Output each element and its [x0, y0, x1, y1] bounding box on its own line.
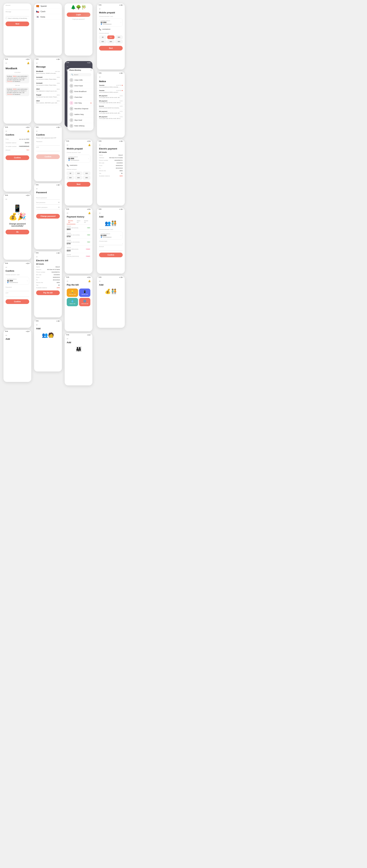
eye-icon-2[interactable]: 👁: [58, 207, 60, 208]
notice-item-0[interactable]: Transfer 14:20 PM You've transferred 200…: [97, 84, 125, 89]
contact-item-0[interactable]: A Aniya Collie: [67, 77, 93, 83]
back-arrow-icon[interactable]: ←: [66, 280, 69, 282]
back-arrow-icon[interactable]: ←: [99, 75, 101, 78]
mobile-bill-btn[interactable]: 📱 Mobile bill: [79, 288, 90, 297]
back-arrow-icon[interactable]: ←: [36, 323, 38, 326]
notice-item-2[interactable]: Bill payment 11/21 You've paid electric …: [97, 94, 125, 99]
pay-bill-button[interactable]: Pay the bill: [36, 290, 60, 295]
korea-item[interactable]: 🇰🇷 Korea: [34, 14, 62, 20]
bell-icon[interactable]: 🔔: [88, 280, 91, 282]
password-line[interactable]: [5, 289, 29, 291]
back-arrow-icon[interactable]: ←: [5, 62, 8, 64]
notice-item-3[interactable]: Bill payment 11/21 You've paid water bil…: [97, 99, 125, 104]
tab-mobile[interactable]: Mobile bill: [83, 219, 90, 224]
search-input[interactable]: [74, 74, 92, 75]
msg-item-4[interactable]: Paypal 08/01 Your account has been locke…: [34, 93, 62, 99]
contact-item-1[interactable]: D Drew Fraser: [67, 83, 93, 89]
amount-r-40[interactable]: $40: [107, 40, 115, 43]
close-icon[interactable]: ✕: [90, 69, 92, 71]
otp-line[interactable]: [5, 294, 29, 297]
amount-40[interactable]: $40: [75, 176, 82, 180]
confirm2-button[interactable]: Confirm: [5, 299, 29, 304]
msg-item-3[interactable]: Alert 08/01 Your statement is ready for …: [34, 87, 62, 93]
send-money-form-screen: Amount Message Save to directory of bene…: [3, 3, 31, 56]
back-arrow-icon[interactable]: ←: [36, 187, 38, 190]
msg-item-0[interactable]: MooBank Just now Bank of America: 296486…: [34, 69, 62, 75]
contact-item-3[interactable]: C Charis Barr: [67, 94, 93, 100]
back-arrow-icon[interactable]: ←: [5, 130, 8, 132]
amount-r-30[interactable]: $30: [99, 40, 107, 43]
back-arrow-icon[interactable]: ←: [5, 334, 8, 337]
amount-input[interactable]: [5, 7, 29, 10]
prepaid-right-next[interactable]: Next: [99, 46, 123, 51]
back-arrow-icon[interactable]: ←: [99, 280, 101, 282]
bell-icon[interactable]: 🔔: [88, 212, 91, 214]
back-arrow-icon[interactable]: ←: [99, 144, 101, 146]
next-button[interactable]: Next: [5, 22, 29, 26]
tab-electric[interactable]: Electric bill: [67, 219, 76, 224]
back-arrow-icon[interactable]: ←: [36, 62, 38, 64]
eye-icon[interactable]: 👁: [58, 202, 60, 204]
save-checkbox[interactable]: [5, 18, 7, 19]
bell-icon[interactable]: 🔔: [27, 130, 30, 132]
contact-item-5[interactable]: M Marcelina Chapman: [67, 106, 93, 112]
spanish-item[interactable]: 🇪🇸 Spanish: [34, 3, 62, 9]
bell-icon[interactable]: 🔔: [88, 144, 91, 146]
ok-button[interactable]: Ok: [5, 230, 29, 235]
contact-item-8[interactable]: R Robin Whitney: [67, 123, 93, 129]
contact-item-4[interactable]: A Ame Yang: [67, 100, 93, 106]
electric-bill-btn[interactable]: 💡 Electric bill: [67, 288, 78, 297]
account-card2[interactable]: Available balance $2.800 👤 3519205063222…: [99, 19, 123, 26]
add-br-account-card[interactable]: Available balance $2.800 👤 3519205063222…: [99, 231, 123, 239]
czech-item[interactable]: 🇨🇿 Czech: [34, 9, 62, 14]
password-line2[interactable]: [36, 143, 60, 146]
prepaid-next-button[interactable]: Next: [67, 182, 90, 187]
confirm-button[interactable]: Confirm: [5, 155, 29, 160]
notice-item-1[interactable]: Transfer 14:20 PM You've transferred 200…: [97, 89, 125, 94]
amount-r-10[interactable]: $10: [107, 35, 115, 39]
msg-item-1[interactable]: Account 12/21 Your account is limited. P…: [34, 75, 62, 81]
amount-20[interactable]: $20: [83, 172, 90, 175]
call-link-1[interactable]: 18009998: [7, 81, 12, 82]
contact-item-2[interactable]: E Esme Broadhurst: [67, 89, 93, 94]
change-password-button[interactable]: Change password: [36, 214, 60, 219]
amount-r-5[interactable]: $5: [99, 35, 107, 39]
back-arrow-icon[interactable]: ←: [5, 266, 8, 269]
bell-icon[interactable]: 🔔: [27, 62, 30, 64]
notice-item-4[interactable]: Income 11/21 You've received $1000 from …: [97, 104, 125, 110]
back-arrow-icon[interactable]: ←: [66, 144, 69, 146]
notice-item-6[interactable]: Bill payment 11/21 You've paid water bil…: [97, 115, 125, 120]
back-arrow-icon[interactable]: ←: [66, 337, 69, 340]
amount-5[interactable]: $5: [67, 172, 74, 175]
add-confirm-button[interactable]: Confirm: [99, 253, 123, 257]
water-bill-btn[interactable]: 💧 Water bill: [67, 298, 78, 306]
confirm-otp-button[interactable]: Confirm: [36, 154, 60, 159]
login-button[interactable]: Login: [67, 12, 90, 17]
msg-item-5[interactable]: Alert 08/01 Dear customer, 29874456 is y…: [34, 99, 62, 105]
tab-water[interactable]: Water bill: [76, 219, 83, 224]
contact-item-6[interactable]: I Isadora Yang: [67, 112, 93, 117]
back-arrow-icon[interactable]: ←: [36, 255, 38, 258]
amount-10[interactable]: $10: [75, 172, 82, 175]
call-link-2[interactable]: 18009998: [7, 94, 12, 95]
back-arrow-icon[interactable]: ←: [66, 212, 69, 214]
amount-30[interactable]: $30: [67, 176, 74, 180]
otp-line2[interactable]: [36, 149, 60, 151]
back-arrow-icon[interactable]: ←: [36, 130, 38, 132]
back-arrow-icon[interactable]: ←: [99, 212, 101, 214]
amount-r-20[interactable]: $20: [115, 35, 123, 39]
back-arrow-icon[interactable]: ←: [99, 7, 101, 10]
back-arrow-icon[interactable]: ←: [66, 65, 69, 68]
message-input[interactable]: [5, 13, 29, 16]
amount-r-50[interactable]: $50: [115, 40, 123, 43]
msg-item-2[interactable]: Account 10/04 Your account is limited. P…: [34, 81, 62, 87]
back-arrow-icon[interactable]: ←: [5, 198, 8, 200]
amount-50[interactable]: $50: [83, 176, 90, 180]
save-checkbox-row[interactable]: Save to directory of beneficiary: [5, 18, 29, 19]
account-card[interactable]: Available balance $2.800 👤 3519205063222…: [5, 277, 29, 285]
contact-item-7[interactable]: S Skye Hood: [67, 117, 93, 123]
account-card[interactable]: Available balance $2.800 👤 3519205063222…: [67, 155, 90, 162]
forgot-link[interactable]: Forgot your password?: [65, 18, 92, 21]
notice-item-5[interactable]: Bill payment 11/21 You've paid electric …: [97, 110, 125, 115]
internet-bill-btn[interactable]: 🌐 Internet bill: [79, 298, 90, 306]
